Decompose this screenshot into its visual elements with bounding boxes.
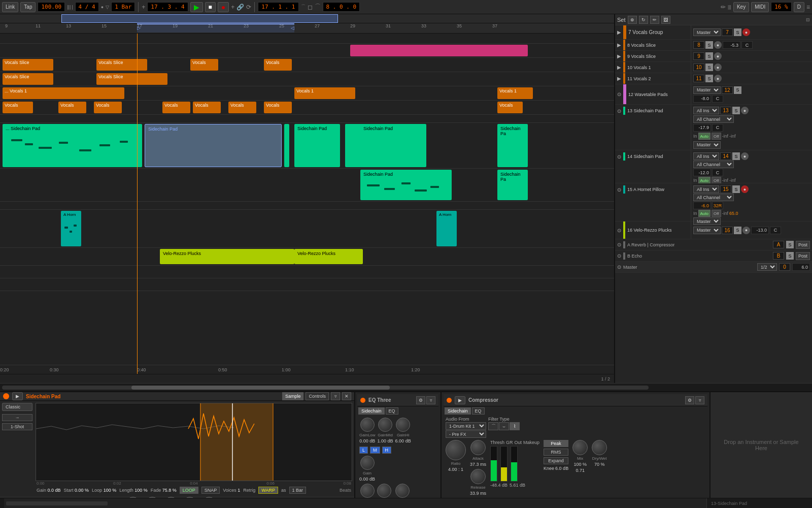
return-b-play[interactable]: ⊙ bbox=[617, 253, 621, 259]
eq-h-btn[interactable]: H bbox=[382, 447, 392, 454]
rp-r-7[interactable]: ● bbox=[742, 28, 750, 36]
clip-sidechain-e[interactable]: Sidechain Pa bbox=[497, 124, 528, 167]
simpler-mode-slice[interactable]: 1-Shot bbox=[2, 423, 32, 430]
eq-eq-tab[interactable]: EQ bbox=[386, 407, 398, 415]
freq-low-knob[interactable] bbox=[360, 484, 375, 498]
scrollbar-thumb[interactable] bbox=[131, 386, 390, 390]
rp-auto-13[interactable]: Auto bbox=[698, 133, 710, 140]
rp-route-16[interactable]: Master bbox=[693, 227, 721, 234]
rp-r-13[interactable]: ● bbox=[741, 107, 749, 114]
rp-channel-sel-14[interactable]: All Channel bbox=[693, 161, 734, 168]
bar-btn[interactable]: 1 Bar bbox=[289, 487, 307, 494]
rp-r-14[interactable]: ● bbox=[741, 152, 749, 160]
stop-button[interactable]: ■ bbox=[205, 2, 216, 12]
clip-vocals-slice-2b[interactable]: Vocals Slice bbox=[96, 73, 167, 85]
rp-s-9[interactable]: S bbox=[705, 52, 713, 60]
clip-vocals-d1[interactable]: Vocals bbox=[3, 102, 33, 113]
clip-sidechain-selected[interactable]: Sidechain Pad bbox=[145, 124, 282, 167]
pos2-display[interactable]: 17 . 1 . 1 bbox=[258, 2, 298, 12]
simpler-close[interactable]: ✕ bbox=[342, 392, 351, 400]
rp-s-14[interactable]: S bbox=[732, 152, 740, 160]
tap-button[interactable]: Tap bbox=[20, 2, 36, 12]
rp-s-13[interactable]: S bbox=[732, 107, 740, 114]
clip-vocals-slice-1a[interactable]: Vocals Slice bbox=[3, 59, 53, 71]
h-scrollbar[interactable] bbox=[0, 383, 812, 391]
return-b-post[interactable]: Post bbox=[796, 252, 810, 260]
eq-sidechain-tab[interactable]: Sidechain bbox=[358, 407, 385, 415]
comp-filter-3[interactable]: ⌇ bbox=[510, 422, 520, 430]
clip-vocals-d2[interactable]: Vocals bbox=[58, 102, 86, 113]
clip-vocals-1d[interactable]: Vocals bbox=[264, 59, 292, 71]
rp-auto-15[interactable]: Auto bbox=[698, 210, 710, 217]
rp-channel-sel-13[interactable]: All Channel bbox=[693, 115, 734, 123]
set-btn-2[interactable]: ↻ bbox=[639, 16, 648, 24]
expand-btn[interactable]: Expand bbox=[544, 457, 568, 464]
eq-m-btn[interactable]: M bbox=[370, 447, 380, 454]
gain-mid-knob[interactable] bbox=[378, 418, 392, 432]
overview-highlight[interactable] bbox=[61, 14, 338, 23]
clip-vocals1-c[interactable]: Vocals 1 bbox=[497, 87, 533, 99]
rp-s-11[interactable]: S bbox=[705, 75, 713, 82]
clip-vocals-d8[interactable]: Vocals bbox=[497, 102, 523, 113]
comp-collapse[interactable]: ▿ bbox=[695, 396, 704, 404]
rp-play-10[interactable]: ▶ bbox=[617, 65, 621, 70]
warp-btn[interactable]: WARP bbox=[258, 487, 278, 494]
rp-r-16[interactable]: ● bbox=[742, 227, 750, 234]
rp-s-8[interactable]: S bbox=[705, 41, 713, 49]
rp-s-10[interactable]: S bbox=[705, 64, 713, 71]
rp-play-11[interactable]: ▶ bbox=[617, 76, 621, 81]
status-scrollbar[interactable] bbox=[6, 501, 108, 505]
key-button[interactable]: Key bbox=[733, 2, 749, 12]
rp-off-13[interactable]: Off bbox=[712, 133, 721, 140]
rp-play-13[interactable]: ⊙ bbox=[617, 108, 621, 114]
gain-hi-knob[interactable] bbox=[396, 418, 410, 432]
return-a-play[interactable]: ⊙ bbox=[617, 242, 621, 247]
set-btn-4[interactable]: 🖼 bbox=[661, 16, 670, 24]
time-sig-display[interactable]: 4 / 4 bbox=[75, 2, 99, 12]
master-route[interactable]: 1/2 bbox=[757, 263, 777, 271]
eq-gain-knob[interactable] bbox=[360, 456, 375, 470]
rp-play-8[interactable]: ▶ bbox=[617, 42, 621, 48]
clip-vocals-slice-2a[interactable]: Vocals Slice bbox=[3, 73, 53, 85]
clip-sidechain2-a[interactable]: Sidechain Pad bbox=[360, 170, 452, 200]
drywet-knob[interactable] bbox=[592, 440, 607, 455]
rms-btn[interactable]: RMS bbox=[544, 449, 568, 456]
clip-rezzo-b[interactable]: Velo-Rezzo Plucks bbox=[294, 249, 363, 264]
rp-r-9[interactable]: ● bbox=[714, 52, 722, 60]
return-a-post[interactable]: Post bbox=[796, 241, 810, 249]
scrollbar-track[interactable] bbox=[2, 386, 649, 390]
peak-btn[interactable]: Peak bbox=[544, 440, 568, 447]
rp-r-11[interactable]: ● bbox=[714, 75, 722, 82]
simpler-classic-btn[interactable]: Classic bbox=[2, 403, 32, 411]
time-display[interactable]: 8 . 0 . 0 bbox=[323, 2, 360, 12]
clip-sidechain2-b[interactable]: Sidechain Pa bbox=[497, 170, 528, 200]
clip-vocals-d7[interactable]: Vocals bbox=[264, 102, 292, 113]
simpler-waveform[interactable] bbox=[36, 403, 352, 481]
eq-collapse[interactable]: ▿ bbox=[426, 396, 435, 404]
rp-off-15[interactable]: Off bbox=[712, 210, 721, 217]
link-button[interactable]: Link bbox=[2, 2, 18, 12]
set-btn-1[interactable]: ⊕ bbox=[628, 16, 637, 24]
midi-button[interactable]: MIDI bbox=[751, 2, 769, 12]
rp-route-7[interactable]: Master bbox=[693, 28, 721, 36]
rp-master-sel-13[interactable]: Master bbox=[693, 141, 721, 149]
clip-vocals-d4[interactable]: Vocals bbox=[162, 102, 190, 113]
rp-s-12[interactable]: S bbox=[734, 86, 741, 94]
rp-off-14[interactable]: Off bbox=[712, 177, 721, 184]
clip-vocals-d5[interactable]: Vocals bbox=[193, 102, 221, 113]
simpler-tab-sample[interactable]: Sample bbox=[282, 392, 304, 400]
rp-route-14[interactable]: All Ins bbox=[693, 152, 719, 160]
bpm-display[interactable]: 100.00 bbox=[38, 2, 65, 12]
record-button[interactable]: ● bbox=[218, 2, 229, 12]
snap-btn[interactable]: SNAP bbox=[201, 487, 220, 494]
rp-play-15[interactable]: ⊙ bbox=[617, 187, 621, 193]
rp-s-16[interactable]: S bbox=[734, 227, 741, 234]
clip-rezzo-a[interactable]: Velo-Rezzo Plucks bbox=[160, 249, 294, 264]
gain-low-knob[interactable] bbox=[360, 418, 375, 432]
clip-vocals1-b[interactable]: Vocals 1 bbox=[294, 87, 355, 99]
simpler-collapse[interactable]: ▿ bbox=[331, 392, 340, 400]
freq-hi-knob[interactable] bbox=[395, 484, 410, 498]
mix-knob[interactable] bbox=[572, 440, 588, 455]
simpler-mode-1shot[interactable]: → bbox=[2, 414, 32, 421]
eq-l-btn[interactable]: L bbox=[359, 447, 368, 454]
